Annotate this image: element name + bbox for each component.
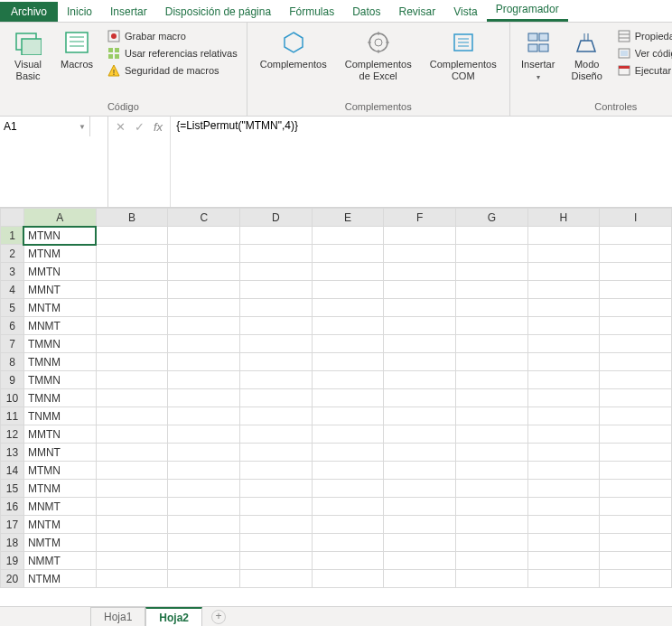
- cell[interactable]: [600, 227, 672, 245]
- cell[interactable]: MMTN: [23, 263, 96, 281]
- cell[interactable]: [96, 462, 168, 480]
- cell[interactable]: [600, 407, 672, 425]
- select-all-corner[interactable]: [1, 209, 24, 227]
- sheet-tab-1[interactable]: Hoja1: [90, 607, 145, 626]
- row-header[interactable]: 11: [1, 407, 24, 425]
- cell[interactable]: [312, 462, 384, 480]
- row-header[interactable]: 1: [1, 227, 24, 245]
- tab-formulas[interactable]: Fórmulas: [280, 2, 343, 22]
- cell[interactable]: [527, 281, 600, 299]
- column-header[interactable]: G: [455, 209, 527, 227]
- cell[interactable]: [455, 534, 527, 552]
- cell[interactable]: [312, 516, 384, 534]
- cell[interactable]: [527, 552, 600, 570]
- cell[interactable]: [96, 353, 168, 371]
- cell[interactable]: [527, 227, 600, 245]
- cell[interactable]: [600, 425, 672, 444]
- cell[interactable]: [240, 335, 313, 353]
- cell[interactable]: [527, 516, 600, 534]
- row-header[interactable]: 7: [1, 335, 24, 353]
- cell[interactable]: [312, 245, 384, 263]
- cell[interactable]: [168, 335, 240, 353]
- cell[interactable]: [384, 227, 456, 245]
- cell[interactable]: [384, 534, 456, 552]
- cell[interactable]: [168, 299, 240, 317]
- cell[interactable]: [168, 480, 240, 498]
- row-header[interactable]: 18: [1, 534, 24, 552]
- cell[interactable]: [168, 281, 240, 299]
- row-header[interactable]: 6: [1, 317, 24, 335]
- cell[interactable]: [240, 371, 313, 389]
- macro-security-button[interactable]: ! Seguridad de macros: [103, 62, 241, 79]
- cell[interactable]: [96, 227, 168, 245]
- cell[interactable]: [312, 317, 384, 335]
- cell[interactable]: [312, 353, 384, 371]
- column-header[interactable]: I: [600, 209, 672, 227]
- properties-button[interactable]: Propiedades: [613, 28, 672, 44]
- cell[interactable]: [312, 570, 384, 588]
- row-header[interactable]: 5: [1, 299, 24, 317]
- cell[interactable]: [240, 317, 313, 335]
- name-box-input[interactable]: [4, 120, 58, 133]
- tab-insert[interactable]: Insertar: [101, 2, 156, 22]
- cell[interactable]: [240, 480, 313, 498]
- cell[interactable]: [455, 407, 527, 425]
- cell[interactable]: [455, 444, 527, 462]
- cell[interactable]: TMNM: [23, 389, 96, 407]
- cell[interactable]: [455, 245, 527, 263]
- cell[interactable]: [312, 498, 384, 516]
- cell[interactable]: [600, 263, 672, 281]
- cell[interactable]: [600, 371, 672, 389]
- macros-button[interactable]: Macros: [54, 24, 99, 88]
- column-header[interactable]: F: [384, 209, 456, 227]
- cell[interactable]: [455, 498, 527, 516]
- cell[interactable]: [240, 299, 313, 317]
- cell[interactable]: MTMN: [23, 227, 96, 245]
- cell[interactable]: [240, 552, 313, 570]
- cell[interactable]: [600, 317, 672, 335]
- cell[interactable]: [455, 371, 527, 389]
- cell[interactable]: [168, 425, 240, 444]
- cell[interactable]: [384, 317, 456, 335]
- cell[interactable]: [240, 444, 313, 462]
- cell[interactable]: [96, 245, 168, 263]
- cell[interactable]: [455, 281, 527, 299]
- cell[interactable]: [96, 263, 168, 281]
- cell[interactable]: [527, 263, 600, 281]
- cell[interactable]: [527, 480, 600, 498]
- cell[interactable]: [168, 462, 240, 480]
- cell[interactable]: [96, 335, 168, 353]
- tab-developer[interactable]: Programador: [487, 0, 568, 22]
- cell[interactable]: [312, 552, 384, 570]
- cell[interactable]: [455, 480, 527, 498]
- cell[interactable]: [240, 263, 313, 281]
- row-header[interactable]: 3: [1, 263, 24, 281]
- cell[interactable]: [455, 552, 527, 570]
- cell[interactable]: [600, 462, 672, 480]
- cell[interactable]: MMTN: [23, 425, 96, 444]
- tab-file[interactable]: Archivo: [0, 2, 58, 22]
- cell[interactable]: [384, 335, 456, 353]
- cell[interactable]: MNMT: [23, 498, 96, 516]
- cell[interactable]: TMNM: [23, 353, 96, 371]
- cell[interactable]: [312, 227, 384, 245]
- cell[interactable]: [168, 227, 240, 245]
- visual-basic-button[interactable]: Visual Basic: [5, 24, 51, 88]
- cell[interactable]: [384, 371, 456, 389]
- cell[interactable]: [527, 389, 600, 407]
- column-header[interactable]: H: [527, 209, 600, 227]
- cell[interactable]: TMMN: [23, 335, 96, 353]
- column-header[interactable]: D: [240, 209, 313, 227]
- relative-refs-button[interactable]: Usar referencias relativas: [103, 45, 241, 61]
- cell[interactable]: MTNM: [23, 245, 96, 263]
- column-header[interactable]: A: [23, 209, 96, 227]
- tab-home[interactable]: Inicio: [58, 2, 101, 22]
- cell[interactable]: [240, 516, 313, 534]
- cell[interactable]: [455, 263, 527, 281]
- cell[interactable]: [96, 498, 168, 516]
- cell[interactable]: [96, 389, 168, 407]
- tab-view[interactable]: Vista: [444, 2, 486, 22]
- view-code-button[interactable]: Ver código: [613, 45, 672, 61]
- cell[interactable]: [600, 281, 672, 299]
- cell[interactable]: [600, 570, 672, 588]
